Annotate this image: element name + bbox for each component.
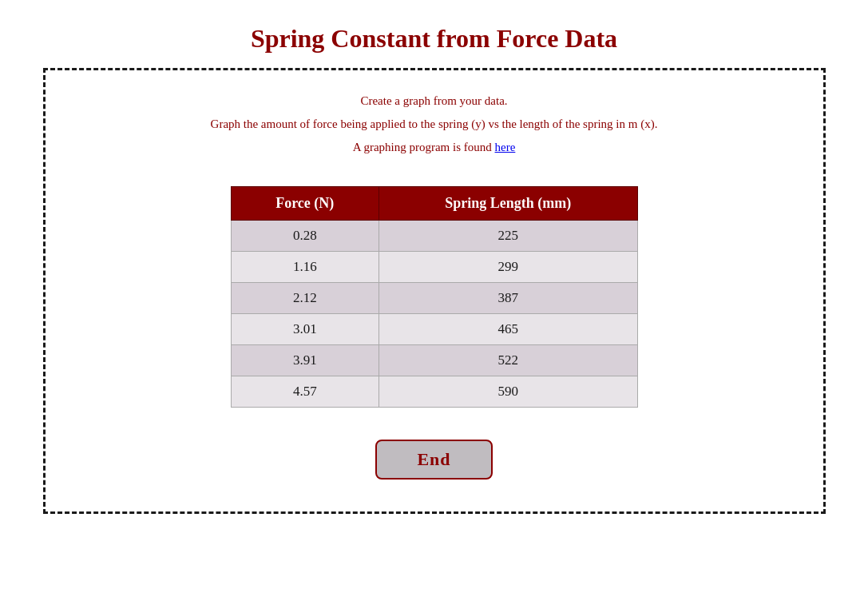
- cell-length: 465: [379, 314, 638, 345]
- end-button[interactable]: End: [375, 440, 492, 480]
- cell-length: 590: [379, 376, 638, 408]
- cell-force: 4.57: [231, 376, 379, 408]
- cell-length: 225: [379, 221, 638, 252]
- table-row: 2.12387: [231, 283, 637, 314]
- cell-length: 522: [379, 345, 638, 376]
- col-force-header: Force (N): [231, 187, 379, 221]
- cell-force: 3.01: [231, 314, 379, 345]
- main-content-box: Create a graph from your data. Graph the…: [43, 68, 826, 514]
- instruction-line2: Graph the amount of force being applied …: [211, 117, 658, 131]
- col-length-header: Spring Length (mm): [379, 187, 638, 221]
- instruction-line1: Create a graph from your data.: [360, 94, 507, 108]
- table-header-row: Force (N) Spring Length (mm): [231, 187, 637, 221]
- cell-force: 2.12: [231, 283, 379, 314]
- table-row: 4.57590: [231, 376, 637, 408]
- cell-length: 387: [379, 283, 638, 314]
- cell-force: 0.28: [231, 221, 379, 252]
- graphing-program-link[interactable]: here: [495, 141, 516, 153]
- graphing-text: A graphing program is found: [353, 141, 495, 153]
- cell-length: 299: [379, 252, 638, 283]
- page-title: Spring Constant from Force Data: [251, 24, 617, 54]
- table-row: 1.16299: [231, 252, 637, 283]
- table-row: 0.28225: [231, 221, 637, 252]
- table-row: 3.91522: [231, 345, 637, 376]
- cell-force: 3.91: [231, 345, 379, 376]
- data-table: Force (N) Spring Length (mm) 0.282251.16…: [231, 186, 638, 408]
- cell-force: 1.16: [231, 252, 379, 283]
- table-row: 3.01465: [231, 314, 637, 345]
- graphing-link-line: A graphing program is found here: [353, 141, 516, 154]
